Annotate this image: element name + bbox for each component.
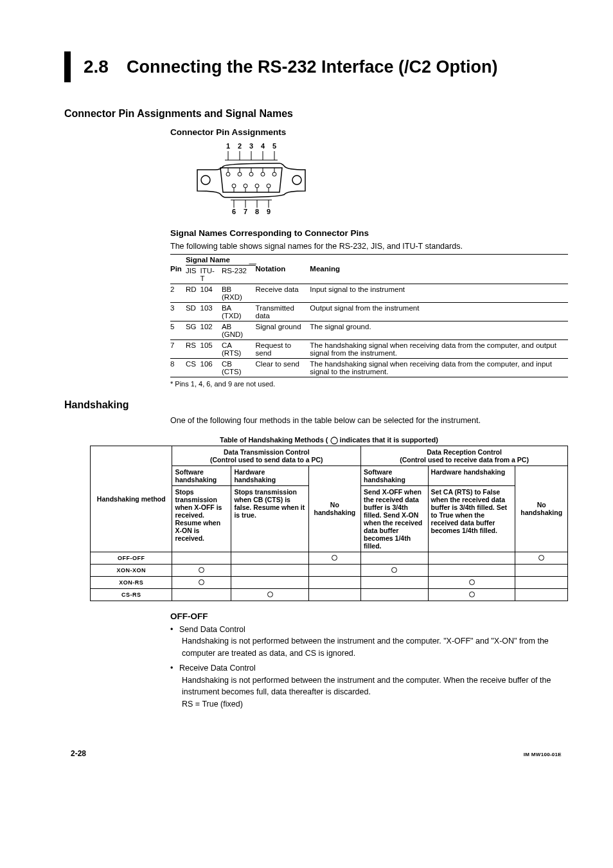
th-tx-hw-desc: Stops transmission when CB (CTS) is fals… xyxy=(231,485,308,552)
footer: 2-28 IM MW100-01E xyxy=(64,749,568,758)
svg-point-19 xyxy=(201,176,210,185)
th-pin: Pin xyxy=(170,254,186,284)
svg-text:2: 2 xyxy=(238,142,242,150)
support-icon xyxy=(469,579,475,585)
bullet-text: Handshaking is not performed between the… xyxy=(182,674,568,699)
svg-point-35 xyxy=(255,184,259,188)
support-icon xyxy=(199,579,204,585)
table-row: 5 SG 102 AB (GND) Signal ground The sign… xyxy=(170,321,568,339)
svg-point-25 xyxy=(249,172,253,176)
svg-text:7: 7 xyxy=(244,208,247,215)
support-icon xyxy=(267,592,273,597)
th-sw-rx: Software handshaking xyxy=(361,466,429,485)
page: 2.8 Connecting the RS-232 Interface (/C2… xyxy=(0,0,613,777)
support-icon xyxy=(469,592,475,597)
table-row: 8 CS 106 CB (CTS) Clear to send The hand… xyxy=(170,358,568,377)
handshaking-table: Handshaking method Data Transmission Con… xyxy=(90,446,568,601)
offoff-section: OFF-OFF •Send Data Control Handshaking i… xyxy=(170,611,568,710)
support-icon xyxy=(199,567,204,573)
th-itu: ITU-T xyxy=(200,265,222,284)
sig-intro: The following table shows signal names f… xyxy=(170,240,568,253)
bullet-label: Send Data Control xyxy=(179,625,245,634)
svg-text:3: 3 xyxy=(249,142,253,150)
connector-diagram: 1 2 3 4 5 6 7 8 9 xyxy=(190,141,568,221)
support-icon xyxy=(538,555,544,561)
svg-text:8: 8 xyxy=(255,208,259,215)
svg-point-37 xyxy=(267,184,271,188)
th-jis: JIS xyxy=(186,265,200,284)
svg-point-23 xyxy=(238,172,242,176)
section-title-row: 2.8 Connecting the RS-232 Interface (/C2… xyxy=(64,51,568,82)
svg-point-29 xyxy=(272,172,276,176)
list-item: •Send Data Control Handshaking is not pe… xyxy=(170,624,568,660)
page-number: 2-28 xyxy=(71,749,86,758)
hs-intro: One of the following four methods in the… xyxy=(170,415,568,427)
th-sw-tx: Software handshaking xyxy=(172,466,231,485)
bullet-label: Receive Data Control xyxy=(179,664,256,673)
sig-footnote: * Pins 1, 4, 6, and 9 are not used. xyxy=(170,380,568,388)
section-number: 2.8 xyxy=(84,57,109,77)
title-bar xyxy=(64,51,71,82)
svg-point-33 xyxy=(244,184,247,188)
svg-point-20 xyxy=(292,176,301,185)
table-row: XON-RS xyxy=(91,576,568,588)
th-no-rx: No handshaking xyxy=(515,466,568,552)
th-method: Handshaking method xyxy=(91,446,172,552)
table-row: XON-XON xyxy=(91,564,568,576)
svg-point-21 xyxy=(226,172,230,176)
content-block-2: One of the following four methods in the… xyxy=(170,415,568,427)
th-signalname: Signal Name xyxy=(186,254,256,265)
support-icon xyxy=(391,567,397,573)
th-no-tx: No handshaking xyxy=(308,466,361,552)
table-row: OFF-OFF xyxy=(91,552,568,564)
hs-table-wrap: Table of Handshaking Methods ( ◯ indicat… xyxy=(90,436,568,601)
list-item: •Receive Data Control Handshaking is not… xyxy=(170,662,568,710)
svg-point-27 xyxy=(261,172,265,176)
th-rs: RS-232 xyxy=(222,265,256,284)
svg-text:5: 5 xyxy=(272,142,276,150)
hs-caption: Table of Handshaking Methods ( ◯ indicat… xyxy=(90,436,568,444)
svg-text:6: 6 xyxy=(232,208,236,215)
bullet-text: RS = True (fixed) xyxy=(182,698,568,710)
svg-point-31 xyxy=(232,184,236,188)
th-rx: Data Reception Control(Control used to r… xyxy=(361,446,568,466)
table-row: CS-RS xyxy=(91,588,568,601)
doc-id: IM MW100-01E xyxy=(524,752,562,757)
th-hw-tx: Hardware handshaking xyxy=(231,466,308,485)
section-title: Connecting the RS-232 Interface (/C2 Opt… xyxy=(127,57,498,77)
th-rx-sw-desc: Send X-OFF when the received data buffer… xyxy=(361,485,429,552)
th-hw-rx: Hardware handshaking xyxy=(428,466,515,485)
support-icon xyxy=(332,555,337,561)
th-tx: Data Transmission Control(Control used t… xyxy=(172,446,361,466)
table-row: 3 SD 103 BA (TXD) Transmitted data Outpu… xyxy=(170,302,568,321)
pin-label-1: 1 xyxy=(226,142,230,150)
signal-table: Pin Signal Name — Notation Meaning JIS I… xyxy=(170,254,568,377)
h4-connector-pin: Connector Pin Assignments xyxy=(170,127,568,137)
th-rx-hw-desc: Set CA (RTS) to False when the received … xyxy=(428,485,515,552)
svg-text:4: 4 xyxy=(261,142,265,150)
th-tx-sw-desc: Stops transmission when X-OFF is receive… xyxy=(172,485,231,552)
table-row: 2 RD 104 BB (RXD) Receive data Input sig… xyxy=(170,284,568,302)
th-notation: Notation xyxy=(256,265,286,273)
svg-text:9: 9 xyxy=(267,208,271,215)
content-block-1: Connector Pin Assignments 1 2 3 4 5 6 7 … xyxy=(170,127,568,388)
h3-handshaking: Handshaking xyxy=(64,399,568,411)
offoff-title: OFF-OFF xyxy=(170,611,568,621)
h3-connector-pin: Connector Pin Assignments and Signal Nam… xyxy=(64,108,568,120)
table-row: 7 RS 105 CA (RTS) Request to send The ha… xyxy=(170,339,568,358)
th-meaning: Meaning xyxy=(310,254,568,284)
bullet-text: Handshaking is not performed between the… xyxy=(182,635,568,660)
h4-signal-names: Signal Names Corresponding to Connector … xyxy=(170,228,568,238)
